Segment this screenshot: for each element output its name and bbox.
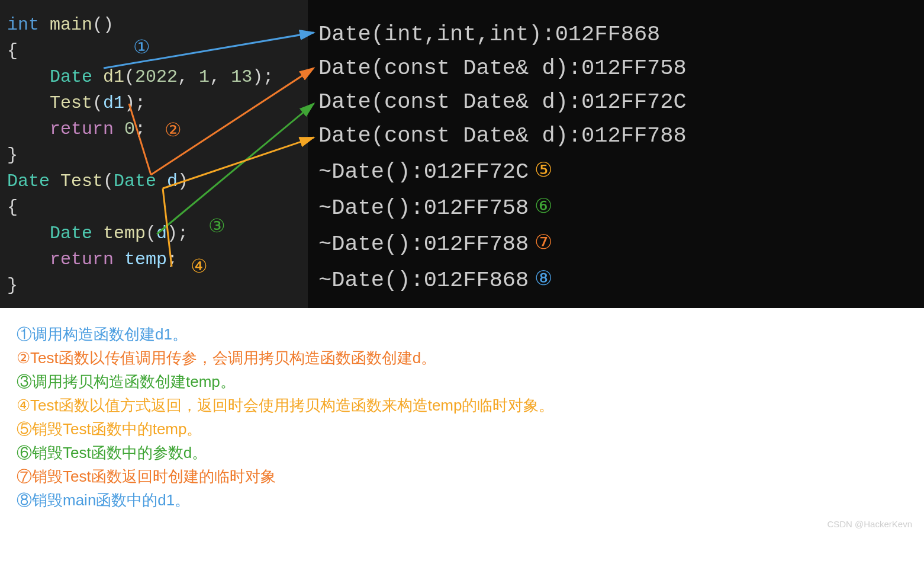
code-line-3: Date d1(2022, 1, 13); — [7, 64, 301, 90]
annotation-7-icon: ⑦ — [535, 225, 552, 259]
console-output-pane: Date(int,int,int):012FF868 Date(const Da… — [308, 0, 924, 308]
legend-line-8: ⑧销毁main函数中的d1。 — [17, 488, 907, 512]
annotation-8-icon: ⑧ — [535, 261, 552, 295]
output-line-8: ~Date():012FF868⑧ — [318, 261, 913, 297]
annotation-1-icon: ① — [133, 36, 150, 58]
code-line-6: } — [7, 142, 301, 168]
output-line-7: ~Date():012FF788⑦ — [318, 225, 913, 261]
output-line-2: Date(const Date& d):012FF758 — [318, 52, 913, 85]
code-line-10: return temp; — [7, 246, 301, 273]
watermark: CSDN @HackerKevn — [827, 519, 912, 529]
source-code-pane: int main() { Date d1(2022, 1, 13); Test(… — [0, 0, 308, 308]
annotation-6-icon: ⑥ — [535, 189, 552, 223]
legend-line-3: ③调用拷贝构造函数创建temp。 — [17, 370, 907, 393]
code-line-8: { — [7, 194, 301, 220]
output-line-1: Date(int,int,int):012FF868 — [318, 18, 913, 52]
legend: ①调用构造函数创建d1。 ②Test函数以传值调用传参，会调用拷贝构造函数函数创… — [0, 308, 924, 530]
code-line-4: Test(d1); — [7, 90, 301, 116]
legend-line-7: ⑦销毁Test函数返回时创建的临时对象 — [17, 464, 907, 488]
code-line-5: return 0; — [7, 116, 301, 142]
annotation-5-icon: ⑤ — [535, 153, 552, 187]
output-line-6: ~Date():012FF758⑥ — [318, 189, 913, 225]
output-line-3: Date(const Date& d):012FF72C — [318, 85, 913, 119]
code-line-7: Date Test(Date d) — [7, 168, 301, 194]
code-line-2: { — [7, 38, 301, 64]
diagram-container: int main() { Date d1(2022, 1, 13); Test(… — [0, 0, 924, 308]
annotation-3-icon: ③ — [208, 214, 226, 237]
code-line-11: } — [7, 273, 301, 299]
legend-line-1: ①调用构造函数创建d1。 — [17, 322, 907, 346]
legend-line-2: ②Test函数以传值调用传参，会调用拷贝构造函数函数创建d。 — [17, 346, 907, 370]
code-line-1: int main() — [7, 12, 301, 38]
code-line-9: Date temp(d); — [7, 220, 301, 246]
output-line-5: ~Date():012FF72C⑤ — [318, 153, 913, 189]
output-line-4: Date(const Date& d):012FF788 — [318, 119, 913, 153]
legend-line-6: ⑥销毁Test函数中的参数d。 — [17, 441, 907, 464]
legend-line-4: ④Test函数以值方式返回，返回时会使用拷贝构造函数来构造temp的临时对象。 — [17, 393, 907, 417]
annotation-2-icon: ② — [165, 118, 182, 141]
legend-line-5: ⑤销毁Test函数中的temp。 — [17, 417, 907, 441]
annotation-4-icon: ④ — [191, 255, 208, 277]
